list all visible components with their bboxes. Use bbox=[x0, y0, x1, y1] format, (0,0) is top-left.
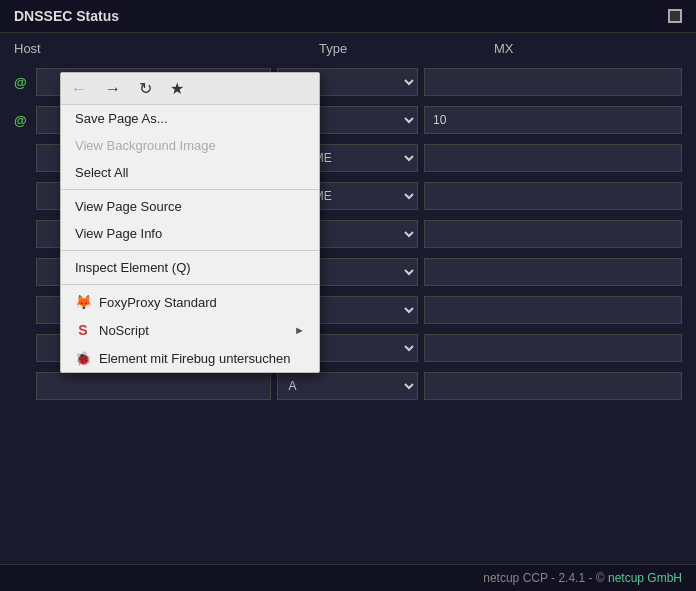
select-all-menu-item[interactable]: Select All bbox=[61, 159, 319, 186]
footer-prefix: netcup CCP - 2.4.1 - © bbox=[483, 571, 608, 585]
at-label: @ bbox=[14, 341, 30, 356]
view-info-label: View Page Info bbox=[75, 226, 162, 241]
save-page-label: Save Page As... bbox=[75, 111, 168, 126]
nav-forward-button[interactable]: → bbox=[105, 80, 121, 98]
footer: netcup CCP - 2.4.1 - © netcup GmbH bbox=[0, 564, 696, 591]
mx-input[interactable] bbox=[424, 144, 682, 172]
at-label: @ bbox=[14, 303, 30, 318]
at-label: @ bbox=[14, 75, 30, 90]
mx-input[interactable] bbox=[424, 372, 682, 400]
at-label: @ bbox=[14, 379, 30, 394]
page-title: DNSSEC Status bbox=[14, 8, 119, 24]
mx-input[interactable] bbox=[424, 182, 682, 210]
mx-input[interactable] bbox=[424, 296, 682, 324]
at-label: @ bbox=[14, 189, 30, 204]
context-menu-nav: ← → ↻ ★ bbox=[61, 73, 319, 105]
col-host-label: Host bbox=[14, 41, 319, 56]
foxyproxy-menu-item[interactable]: 🦊 FoxyProxy Standard bbox=[61, 288, 319, 316]
nav-reload-button[interactable]: ↻ bbox=[139, 79, 152, 98]
nav-bookmark-button[interactable]: ★ bbox=[170, 79, 184, 98]
table-header: Host Type MX bbox=[0, 33, 696, 64]
save-page-menu-item[interactable]: Save Page As... bbox=[61, 105, 319, 132]
separator-1 bbox=[61, 189, 319, 190]
inspect-element-menu-item[interactable]: Inspect Element (Q) bbox=[61, 254, 319, 281]
at-label: @ bbox=[14, 113, 30, 128]
firebug-label: Element mit Firebug untersuchen bbox=[99, 351, 290, 366]
foxyproxy-icon: 🦊 bbox=[75, 294, 91, 310]
col-mx-label: MX bbox=[494, 41, 682, 56]
firebug-icon: 🐞 bbox=[75, 350, 91, 366]
dnssec-checkbox[interactable] bbox=[668, 9, 682, 23]
at-label: @ bbox=[14, 151, 30, 166]
context-menu: ← → ↻ ★ Save Page As... View Background … bbox=[60, 72, 320, 373]
at-label: @ bbox=[14, 227, 30, 242]
separator-3 bbox=[61, 284, 319, 285]
noscript-icon: S bbox=[75, 322, 91, 338]
top-bar: DNSSEC Status bbox=[0, 0, 696, 33]
host-input[interactable] bbox=[36, 372, 271, 400]
mx-input[interactable] bbox=[424, 68, 682, 96]
separator-2 bbox=[61, 250, 319, 251]
type-select[interactable]: AMXCNAMETXTAAAA bbox=[277, 372, 418, 400]
noscript-label: NoScript bbox=[99, 323, 149, 338]
view-info-menu-item[interactable]: View Page Info bbox=[61, 220, 319, 247]
view-bg-label: View Background Image bbox=[75, 138, 216, 153]
submenu-arrow-icon: ► bbox=[294, 324, 305, 336]
mx-input[interactable] bbox=[424, 334, 682, 362]
col-type-label: Type bbox=[319, 41, 494, 56]
firebug-menu-item[interactable]: 🐞 Element mit Firebug untersuchen bbox=[61, 344, 319, 372]
noscript-menu-item[interactable]: S NoScript ► bbox=[61, 316, 319, 344]
mx-input[interactable] bbox=[424, 220, 682, 248]
view-source-label: View Page Source bbox=[75, 199, 182, 214]
footer-link[interactable]: netcup GmbH bbox=[608, 571, 682, 585]
mx-input[interactable] bbox=[424, 258, 682, 286]
view-source-menu-item[interactable]: View Page Source bbox=[61, 193, 319, 220]
foxyproxy-label: FoxyProxy Standard bbox=[99, 295, 217, 310]
inspect-element-label: Inspect Element (Q) bbox=[75, 260, 191, 275]
table-row: @ AMXCNAMETXTAAAA bbox=[0, 368, 696, 404]
nav-back-button[interactable]: ← bbox=[71, 80, 87, 98]
at-label: @ bbox=[14, 265, 30, 280]
select-all-label: Select All bbox=[75, 165, 128, 180]
mx-input[interactable] bbox=[424, 106, 682, 134]
view-bg-menu-item: View Background Image bbox=[61, 132, 319, 159]
